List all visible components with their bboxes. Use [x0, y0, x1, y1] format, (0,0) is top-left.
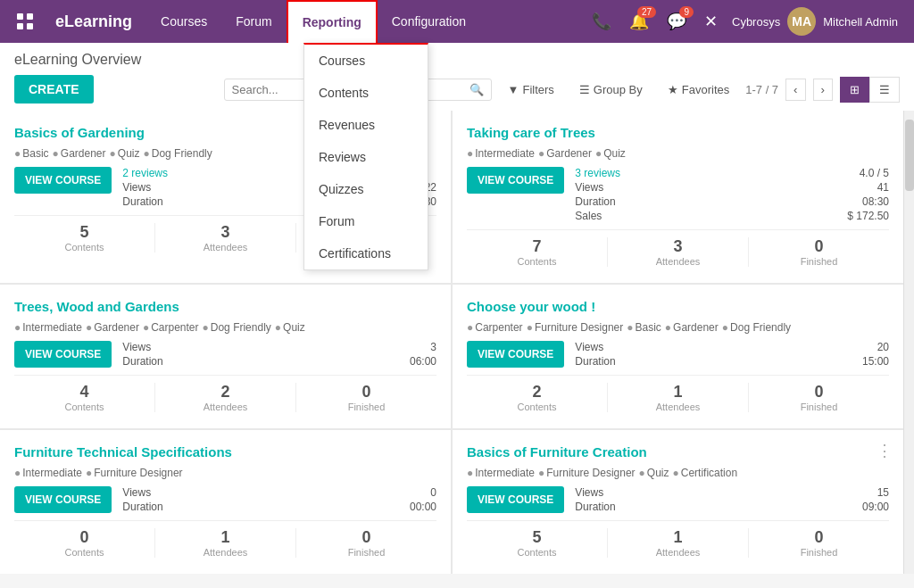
- sales-label: Sales: [575, 210, 602, 222]
- course-tag: Certification: [673, 467, 738, 479]
- grid-view-button[interactable]: ⊞: [840, 77, 869, 103]
- pagination-info: 1-7 / 7: [745, 83, 778, 96]
- reporting-menu-item[interactable]: Contents: [304, 77, 428, 109]
- cards-area: Basics of Gardening Basic Gardener Quiz …: [0, 111, 903, 574]
- company-name: Cybrosys: [732, 15, 780, 29]
- views-value: 41: [877, 181, 889, 194]
- view-course-button[interactable]: VIEW COURSE: [14, 167, 112, 194]
- course-stats: Views0Duration00:00: [122, 486, 436, 513]
- contents-label: Contents: [14, 242, 154, 253]
- attendees-label: Attendees: [155, 242, 295, 253]
- views-value: 0: [430, 486, 436, 499]
- more-options-icon[interactable]: ⋮: [877, 441, 893, 460]
- views-value: 15: [877, 486, 889, 499]
- finished-stat: 0 Finished: [749, 237, 889, 267]
- finished-num: 0: [749, 383, 889, 402]
- next-page-button[interactable]: ›: [813, 79, 833, 101]
- svg-rect-2: [17, 23, 23, 29]
- avatar: MA: [787, 7, 816, 36]
- create-button[interactable]: CREATE: [14, 75, 94, 104]
- course-tag: Intermediate: [467, 467, 535, 479]
- attendees-stat: 3 Attendees: [155, 223, 296, 253]
- course-title[interactable]: Choose your wood !: [467, 299, 889, 314]
- course-body: VIEW COURSE 3 reviews4.0 / 5Views41Durat…: [467, 167, 889, 222]
- duration-label: Duration: [122, 501, 162, 513]
- phone-icon-btn[interactable]: 📞: [585, 8, 619, 35]
- nav-reporting[interactable]: Reporting: [287, 0, 378, 43]
- filters-button[interactable]: ▼ Filters: [499, 78, 563, 102]
- course-footer: 2 Contents 1 Attendees 0 Finished: [467, 375, 889, 412]
- view-course-button[interactable]: VIEW COURSE: [467, 341, 564, 368]
- attendees-label: Attendees: [608, 547, 748, 558]
- reporting-menu-item[interactable]: Quizzes: [304, 173, 428, 205]
- course-body: VIEW COURSE Views15Duration09:00: [467, 486, 889, 513]
- scrollbar-thumb: [905, 120, 914, 191]
- course-tag: Intermediate: [14, 321, 82, 334]
- finished-stat: 0 Finished: [296, 383, 436, 412]
- contents-label: Contents: [467, 256, 607, 267]
- reporting-menu-item[interactable]: Revenues: [304, 109, 428, 141]
- duration-label: Duration: [575, 195, 615, 208]
- course-tag: Gardener: [86, 321, 139, 334]
- contents-num: 5: [467, 528, 607, 547]
- views-value: 20: [877, 341, 889, 353]
- course-stats: Views20Duration15:00: [575, 341, 889, 368]
- rating-value: 4.0 / 5: [860, 167, 889, 179]
- contents-num: 0: [14, 528, 154, 547]
- finished-label: Finished: [749, 547, 889, 558]
- attendees-num: 1: [608, 383, 748, 402]
- favorites-button[interactable]: ★ Favorites: [659, 78, 738, 102]
- finished-num: 0: [749, 237, 889, 256]
- course-tags: Carpenter Furniture Designer Basic Garde…: [467, 321, 889, 334]
- nav-configuration[interactable]: Configuration: [378, 0, 480, 43]
- course-title[interactable]: Trees, Wood and Gardens: [14, 299, 436, 314]
- activity-icon-btn[interactable]: 🔔 27: [622, 8, 656, 35]
- contents-num: 4: [14, 383, 154, 402]
- view-course-button[interactable]: VIEW COURSE: [467, 167, 564, 194]
- duration-label: Duration: [575, 355, 615, 368]
- course-title[interactable]: Furniture Technical Specifications: [14, 444, 436, 460]
- header-area: eLearning Overview CREATE 🔍 ▼ Filters ☰ …: [0, 43, 914, 111]
- view-course-button[interactable]: VIEW COURSE: [14, 341, 112, 368]
- contents-num: 7: [467, 237, 607, 256]
- contents-label: Contents: [467, 402, 607, 412]
- view-course-button[interactable]: VIEW COURSE: [467, 486, 564, 513]
- nav-forum[interactable]: Forum: [221, 0, 286, 43]
- nav-courses[interactable]: Courses: [146, 0, 221, 43]
- contents-label: Contents: [14, 547, 154, 558]
- close-icon-btn[interactable]: ✕: [697, 8, 725, 35]
- attendees-num: 1: [608, 528, 748, 547]
- course-footer: 4 Contents 2 Attendees 0 Finished: [14, 375, 436, 412]
- course-tag: Quiz: [110, 147, 140, 160]
- course-tags: Intermediate Gardener Quiz: [467, 147, 889, 160]
- finished-label: Finished: [296, 402, 436, 412]
- course-title[interactable]: Basics of Furniture Creation: [467, 444, 889, 460]
- course-tag: Dog Friendly: [203, 321, 271, 334]
- view-course-button[interactable]: VIEW COURSE: [14, 486, 112, 513]
- reporting-menu-item[interactable]: Forum: [304, 205, 428, 237]
- scrollbar[interactable]: [903, 111, 914, 574]
- reporting-menu-item[interactable]: Courses: [304, 45, 428, 77]
- views-label: Views: [575, 341, 603, 353]
- course-tag: Intermediate: [467, 147, 535, 160]
- course-title[interactable]: Taking care of Trees: [467, 125, 889, 140]
- views-label: Views: [575, 181, 603, 194]
- groupby-icon: ☰: [579, 83, 590, 96]
- app-brand: eLearning: [41, 12, 146, 31]
- duration-value: 06:00: [410, 355, 436, 368]
- course-body: VIEW COURSE Views0Duration00:00: [14, 486, 436, 513]
- course-tag: Intermediate: [14, 467, 82, 479]
- course-tag: Dog Friendly: [143, 147, 212, 160]
- groupby-button[interactable]: ☰ Group By: [570, 78, 652, 102]
- list-view-button[interactable]: ☰: [869, 77, 900, 103]
- finished-stat: 0 Finished: [749, 383, 889, 412]
- reporting-menu-item[interactable]: Certifications: [304, 237, 428, 269]
- nav-icons: 📞 🔔 27 💬 9 ✕: [585, 8, 725, 35]
- user-info[interactable]: Cybrosys MA Mitchell Admin: [725, 7, 905, 36]
- grid-menu-icon[interactable]: [9, 5, 41, 37]
- prev-page-button[interactable]: ‹: [785, 79, 805, 101]
- duration-value: 15:00: [862, 355, 889, 368]
- reporting-menu-item[interactable]: Reviews: [304, 141, 428, 173]
- finished-num: 0: [296, 528, 436, 547]
- chat-icon-btn[interactable]: 💬 9: [660, 8, 694, 35]
